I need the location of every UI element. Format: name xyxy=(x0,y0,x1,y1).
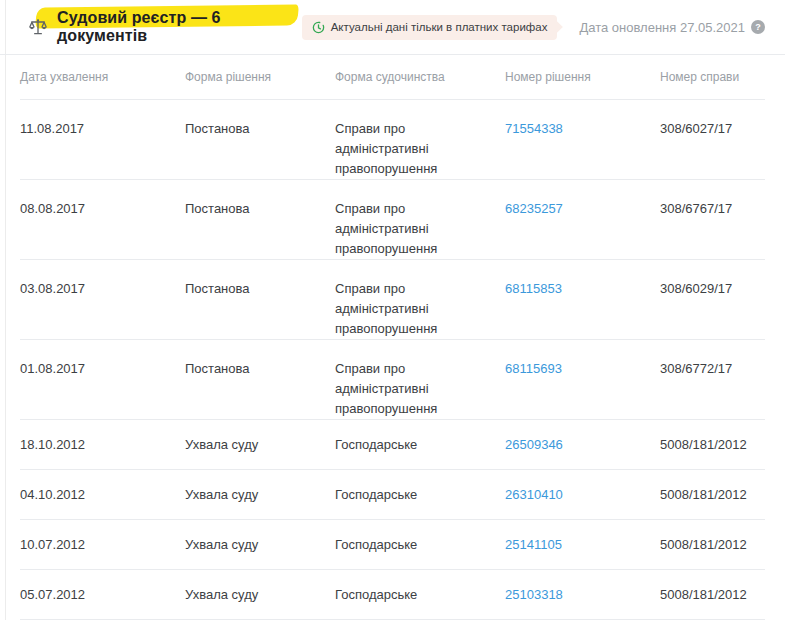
cell-date: 01.08.2017 xyxy=(20,359,185,379)
decision-number-link[interactable]: 68115853 xyxy=(505,281,562,296)
table-row: 11.08.2017 Постанова Справи про адмініст… xyxy=(20,100,765,180)
cell-case-number: 308/6029/17 xyxy=(660,279,765,299)
decision-number-link[interactable]: 26310410 xyxy=(505,487,563,502)
update-date-label: Дата оновлення 27.05.2021 xyxy=(579,20,745,35)
cell-decision-form: Ухвала суду xyxy=(185,585,335,605)
table-body: 11.08.2017 Постанова Справи про адмініст… xyxy=(20,100,765,620)
cell-decision-form: Постанова xyxy=(185,359,335,379)
title-group: Судовий реєстр — 6 документів xyxy=(28,9,302,45)
cell-case-number: 5008/181/2012 xyxy=(660,535,765,555)
cell-date: 18.10.2012 xyxy=(20,435,185,455)
cell-decision-form: Постанова xyxy=(185,199,335,219)
cell-case-number: 5008/181/2012 xyxy=(660,435,765,455)
cell-case-number: 5008/181/2012 xyxy=(660,585,765,605)
cell-date: 08.08.2017 xyxy=(20,199,185,219)
cell-proceeding-form: Господарське xyxy=(335,535,505,555)
registry-header: Судовий реєстр — 6 документів Актуальні … xyxy=(0,0,785,55)
cell-date: 11.08.2017 xyxy=(20,119,185,139)
decision-number-link[interactable]: 68235257 xyxy=(505,201,563,216)
cell-decision-form: Постанова xyxy=(185,119,335,139)
documents-table: Дата ухвалення Форма рішення Форма судоч… xyxy=(20,55,765,620)
cell-case-number: 308/6027/17 xyxy=(660,119,765,139)
decision-number-link[interactable]: 71554338 xyxy=(505,121,563,136)
table-row: 05.07.2012 Ухвала суду Господарське 2510… xyxy=(20,570,765,620)
page-title: Судовий реєстр — 6 документів xyxy=(57,9,302,45)
table-header-row: Дата ухвалення Форма рішення Форма судоч… xyxy=(20,55,765,100)
cell-date: 10.07.2012 xyxy=(20,535,185,555)
table-row: 18.10.2012 Ухвала суду Господарське 2650… xyxy=(20,420,765,470)
cell-case-number: 308/6772/17 xyxy=(660,359,765,379)
cell-proceeding-form: Справи про адміністративні правопорушенн… xyxy=(335,359,505,419)
decision-number-link[interactable]: 68115693 xyxy=(505,361,562,376)
cell-proceeding-form: Справи про адміністративні правопорушенн… xyxy=(335,119,505,179)
column-header-proceeding-form: Форма судочинства xyxy=(335,70,505,84)
decision-number-link[interactable]: 25103318 xyxy=(505,587,563,602)
page-left-border xyxy=(5,0,6,620)
cell-date: 05.07.2012 xyxy=(20,585,185,605)
cell-decision-form: Ухвала суду xyxy=(185,535,335,555)
cell-proceeding-form: Господарське xyxy=(335,485,505,505)
column-header-date: Дата ухвалення xyxy=(20,70,185,84)
clock-icon xyxy=(312,21,325,34)
table-row: 03.08.2017 Постанова Справи про адмініст… xyxy=(20,260,765,340)
cell-proceeding-form: Справи про адміністративні правопорушенн… xyxy=(335,199,505,259)
table-row: 04.10.2012 Ухвала суду Господарське 2631… xyxy=(20,470,765,520)
cell-proceeding-form: Господарське xyxy=(335,435,505,455)
scales-icon xyxy=(28,17,48,37)
cell-decision-form: Ухвала суду xyxy=(185,435,335,455)
cell-date: 03.08.2017 xyxy=(20,279,185,299)
column-header-case-number: Номер справи xyxy=(660,70,765,84)
cell-proceeding-form: Справи про адміністративні правопорушенн… xyxy=(335,279,505,339)
badge-label: Актуальні дані тільки в платних тарифах xyxy=(331,21,548,33)
table-row: 01.08.2017 Постанова Справи про адмініст… xyxy=(20,340,765,420)
table-row: 10.07.2012 Ухвала суду Господарське 2514… xyxy=(20,520,765,570)
cell-decision-form: Постанова xyxy=(185,279,335,299)
help-icon[interactable]: ? xyxy=(751,20,765,34)
cell-decision-form: Ухвала суду xyxy=(185,485,335,505)
cell-date: 04.10.2012 xyxy=(20,485,185,505)
cell-proceeding-form: Господарське xyxy=(335,585,505,605)
cell-case-number: 308/6767/17 xyxy=(660,199,765,219)
paid-tariff-badge[interactable]: Актуальні дані тільки в платних тарифах xyxy=(302,15,558,40)
decision-number-link[interactable]: 25141105 xyxy=(505,537,562,552)
cell-case-number: 5008/181/2012 xyxy=(660,485,765,505)
table-row: 08.08.2017 Постанова Справи про адмініст… xyxy=(20,180,765,260)
column-header-decision-form: Форма рішення xyxy=(185,70,335,84)
decision-number-link[interactable]: 26509346 xyxy=(505,437,563,452)
column-header-decision-number: Номер рішення xyxy=(505,70,660,84)
update-date-group: Дата оновлення 27.05.2021 ? xyxy=(579,20,765,35)
